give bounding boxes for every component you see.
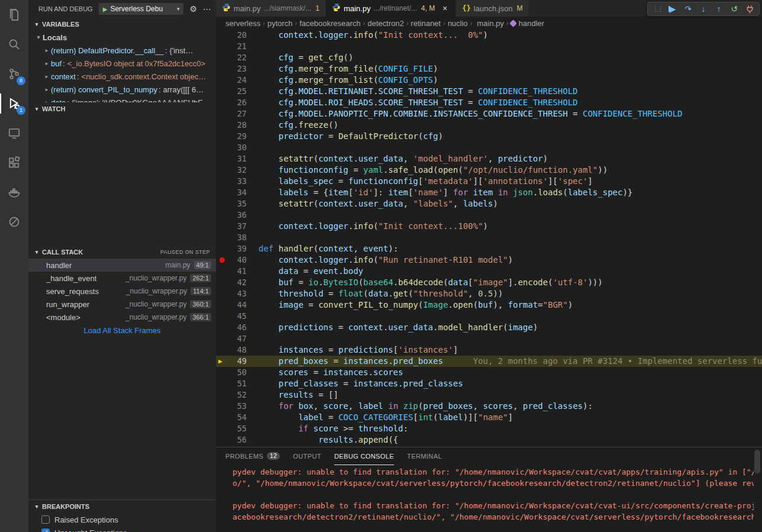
code-line[interactable]: 47 bbox=[216, 333, 762, 344]
breakpoint-row[interactable]: Uncaught Exceptions bbox=[28, 526, 216, 532]
code-line[interactable]: 32 functionconfig = yaml.safe_load(open(… bbox=[216, 165, 762, 176]
glyph-margin[interactable] bbox=[216, 221, 229, 232]
glyph-margin[interactable] bbox=[216, 299, 229, 311]
code-line[interactable]: 37 context.logger.info("Init context...1… bbox=[216, 221, 762, 232]
glyph-margin[interactable] bbox=[216, 423, 229, 434]
continue-button[interactable]: ▶ bbox=[666, 2, 680, 15]
debug-config-dropdown[interactable]: ▶ Serverless Debu ▾ bbox=[99, 3, 184, 15]
start-debug-icon[interactable]: ▶ bbox=[103, 6, 108, 12]
variable-row[interactable]: ▸context:<nuclio_sdk.context.Context obj… bbox=[28, 70, 216, 83]
gear-icon[interactable]: ⚙ bbox=[189, 4, 197, 14]
code-line[interactable]: 20 context.logger.info("Init context... … bbox=[216, 30, 762, 41]
close-icon[interactable]: × bbox=[440, 4, 450, 13]
code-line[interactable]: 31 setattr(context.user_data, 'model_han… bbox=[216, 153, 762, 165]
breadcrumb-item[interactable]: serverless bbox=[225, 19, 260, 28]
call-stack-section-header[interactable]: ▾ CALL STACK PAUSED ON STEP bbox=[28, 246, 216, 259]
glyph-margin[interactable] bbox=[216, 187, 229, 198]
glyph-margin[interactable] bbox=[216, 97, 229, 108]
variable-row[interactable]: ▸buf:<_io.BytesIO object at 0x7f5a2dc1ec… bbox=[28, 57, 216, 70]
step-into-button[interactable]: ↓ bbox=[696, 2, 711, 15]
code-line[interactable]: 44 image = convert_PIL_to_numpy(Image.op… bbox=[216, 299, 762, 311]
glyph-margin[interactable] bbox=[216, 176, 229, 187]
glyph-margin[interactable] bbox=[216, 120, 229, 131]
breakpoint-checkbox[interactable] bbox=[41, 528, 50, 532]
code-editor[interactable]: 20 context.logger.info("Init context... … bbox=[216, 30, 762, 447]
glyph-margin[interactable] bbox=[216, 131, 229, 142]
glyph-margin[interactable] bbox=[216, 412, 229, 423]
glyph-margin[interactable] bbox=[216, 153, 229, 165]
glyph-margin[interactable] bbox=[216, 142, 229, 153]
stack-frame-row[interactable]: run_wrapper_nuclio_wrapper.py360:1 bbox=[28, 298, 216, 311]
step-over-button[interactable]: ↷ bbox=[681, 2, 695, 15]
glyph-margin[interactable] bbox=[216, 311, 229, 322]
stack-frame-row[interactable]: handlermain.py49:1 bbox=[28, 259, 216, 272]
stack-frame-row[interactable]: serve_requests_nuclio_wrapper.py114:1 bbox=[28, 285, 216, 298]
glyph-margin[interactable] bbox=[216, 288, 229, 299]
glyph-margin[interactable] bbox=[216, 86, 229, 97]
explorer-icon[interactable] bbox=[0, 0, 28, 30]
step-out-button[interactable]: ↑ bbox=[712, 2, 726, 15]
code-line[interactable]: 49 pred_boxes = instances.pred_boxes You… bbox=[216, 356, 762, 367]
toolbar-drag-handle[interactable]: ⋮⋮ bbox=[650, 5, 664, 13]
code-line[interactable]: 51 pred_classes = instances.pred_classes bbox=[216, 378, 762, 389]
editor-tab[interactable]: main.py.../siammask/...1 bbox=[216, 0, 326, 17]
breadcrumb-item[interactable]: nuclio bbox=[448, 19, 468, 28]
code-line[interactable]: 24 cfg.merge_from_list(CONFIG_OPTS) bbox=[216, 75, 762, 86]
code-line[interactable]: 50 scores = instances.scores bbox=[216, 367, 762, 378]
code-line[interactable]: 40 context.logger.info("Run retinanet-R1… bbox=[216, 254, 762, 266]
glyph-margin[interactable] bbox=[216, 108, 229, 120]
code-line[interactable]: 27 cfg.MODEL.PANOPTIC_FPN.COMBINE.INSTAN… bbox=[216, 108, 762, 120]
breadcrumb-item[interactable]: handler bbox=[511, 19, 544, 28]
editor-tab[interactable]: {}launch.jsonM bbox=[456, 0, 529, 17]
code-line[interactable]: 36 bbox=[216, 209, 762, 221]
glyph-margin[interactable] bbox=[216, 209, 229, 221]
glyph-margin[interactable] bbox=[216, 367, 229, 378]
editor-tab[interactable]: main.py.../retinanet/...4, M× bbox=[326, 0, 456, 17]
remote-explorer-icon[interactable] bbox=[0, 118, 28, 148]
glyph-margin[interactable] bbox=[216, 401, 229, 412]
code-line[interactable]: 48 instances = predictions['instances'] bbox=[216, 344, 762, 356]
glyph-margin[interactable] bbox=[216, 30, 229, 41]
code-line[interactable]: 33 labels_spec = functionconfig['metadat… bbox=[216, 176, 762, 187]
code-line[interactable]: 53 for box, score, label in zip(pred_box… bbox=[216, 401, 762, 412]
stack-frame-row[interactable]: _handle_event_nuclio_wrapper.py262:1 bbox=[28, 272, 216, 285]
code-line[interactable]: 56 results.append({ bbox=[216, 434, 762, 446]
glyph-margin[interactable] bbox=[216, 277, 229, 288]
glyph-margin[interactable] bbox=[216, 232, 229, 243]
code-line[interactable]: 39def handler(context, event): bbox=[216, 243, 762, 254]
breakpoint-checkbox[interactable] bbox=[41, 515, 50, 524]
glyph-margin[interactable] bbox=[216, 198, 229, 209]
code-line[interactable]: 45 bbox=[216, 311, 762, 322]
stack-frame-row[interactable]: <module>_nuclio_wrapper.py366:1 bbox=[28, 311, 216, 324]
breakpoint-row[interactable]: Raised Exceptions bbox=[28, 513, 216, 526]
code-line[interactable]: 28 cfg.freeze() bbox=[216, 120, 762, 131]
code-line[interactable]: 52 results = [] bbox=[216, 389, 762, 401]
extensions-icon[interactable] bbox=[0, 148, 28, 178]
code-line[interactable]: 26 cfg.MODEL.ROI_HEADS.SCORE_THRESH_TEST… bbox=[216, 97, 762, 108]
breakpoints-section-header[interactable]: ▾ BREAKPOINTS bbox=[28, 500, 216, 513]
panel-tab-debug-console[interactable]: DEBUG CONSOLE bbox=[334, 447, 394, 465]
glyph-margin[interactable] bbox=[216, 322, 229, 333]
debug-console-output[interactable]: pydev debugger: unable to find translati… bbox=[233, 466, 754, 532]
breakpoint-dot-icon[interactable] bbox=[216, 254, 229, 266]
code-line[interactable]: 46 predictions = context.user_data.model… bbox=[216, 322, 762, 333]
code-line[interactable]: 23 cfg.merge_from_file(CONFIG_FILE) bbox=[216, 63, 762, 75]
code-line[interactable]: 34 labels = {item['id']: item['name'] fo… bbox=[216, 187, 762, 198]
glyph-margin[interactable] bbox=[216, 266, 229, 277]
variable-row[interactable]: ▸(return) convert_PIL_to_numpy:array([[[… bbox=[28, 83, 216, 96]
code-line[interactable]: 54 label = COCO_CATEGORIES[int(label)]["… bbox=[216, 412, 762, 423]
panel-tab-problems[interactable]: PROBLEMS12 bbox=[225, 447, 280, 465]
glyph-margin[interactable] bbox=[216, 41, 229, 52]
glyph-margin[interactable] bbox=[216, 75, 229, 86]
breadcrumb-item[interactable]: retinanet bbox=[411, 19, 441, 28]
glyph-margin[interactable] bbox=[216, 389, 229, 401]
glyph-margin[interactable] bbox=[216, 52, 229, 63]
code-line[interactable]: 21 bbox=[216, 41, 762, 52]
watch-section-header[interactable]: ▾ WATCH bbox=[28, 102, 216, 115]
breadcrumb-item[interactable]: main.py bbox=[474, 19, 504, 28]
variable-row[interactable]: ▸(return) DefaultPredictor.__call__:{'in… bbox=[28, 44, 216, 57]
code-line[interactable]: 55 if score >= threshold: bbox=[216, 423, 762, 434]
locals-scope-row[interactable]: ▾ Locals bbox=[28, 31, 216, 44]
variable-row[interactable]: ▸data:{'image': 'iVBORw0KGgoAAAANSUhE… bbox=[28, 96, 216, 102]
panel-tab-output[interactable]: OUTPUT bbox=[293, 447, 321, 465]
